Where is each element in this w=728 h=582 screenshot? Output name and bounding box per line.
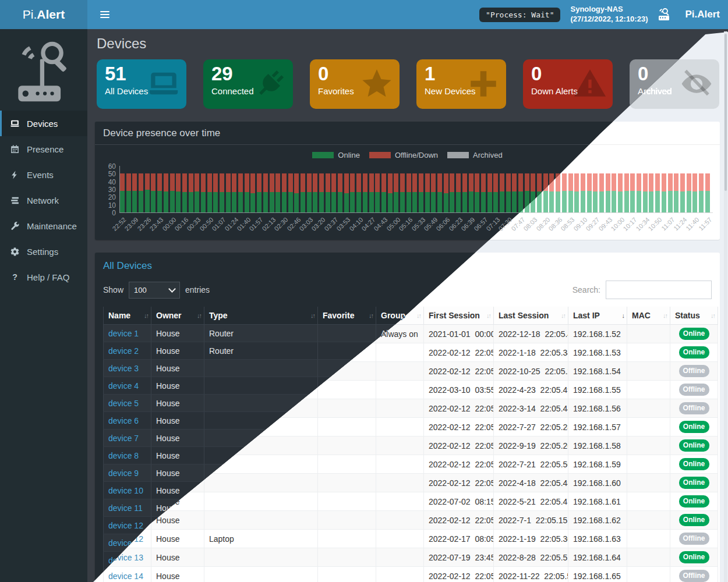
column-header-favorite[interactable]: Favorite↓↑ [318, 307, 376, 325]
presence-bar [350, 173, 355, 212]
entries-select[interactable]: 100 [129, 282, 180, 299]
status-badge: Offline [679, 570, 709, 581]
page-scrollbar[interactable] [724, 31, 727, 582]
device-link[interactable]: device 5 [108, 399, 139, 408]
device-link[interactable]: device 2 [108, 346, 139, 356]
cell-first_session: 2022-03-10 03:55 [424, 381, 494, 399]
device-link[interactable]: device 12 [108, 521, 143, 530]
stat-card-down-alerts[interactable]: 0Down Alerts [523, 59, 613, 109]
sidebar-item-help-faq[interactable]: ?Help / FAQ [0, 264, 87, 290]
bar-online-segment [257, 192, 261, 212]
stat-card-new-devices[interactable]: 1New Devices [416, 59, 506, 109]
bar-online-segment [469, 191, 473, 212]
column-header-name[interactable]: Name↓↑ [104, 307, 151, 325]
device-link[interactable]: device 1 [108, 329, 139, 338]
cell-first_session: 2022-02-12 22:05 [424, 455, 494, 474]
bar-online-segment [250, 193, 255, 212]
stat-card-connected[interactable]: 29Connected [203, 59, 293, 109]
column-header-mac[interactable]: MAC↓↑ [627, 307, 670, 325]
device-link[interactable]: device 7 [108, 434, 139, 443]
column-header-status[interactable]: Status↓↑ [670, 307, 718, 325]
eye-slash-icon [680, 67, 713, 101]
bar-offline-segment [425, 173, 430, 192]
bar-offline-segment [419, 173, 423, 192]
presence-bar [245, 173, 249, 212]
cell-mac [627, 325, 670, 343]
presence-bar [692, 173, 697, 212]
bar-online-segment [506, 191, 511, 212]
stat-card-all-devices[interactable]: 51All Devices [97, 59, 186, 109]
sidebar-item-maintenance[interactable]: Maintenance [0, 213, 87, 239]
bar-offline-segment [630, 173, 635, 190]
cell-mac [627, 381, 670, 399]
bar-offline-segment [157, 173, 162, 190]
cell-last_session: 2022-12-18 22:05.47 [494, 325, 568, 343]
column-header-type[interactable]: Type↓↑ [204, 307, 318, 325]
presence-bar [643, 173, 648, 212]
bar-online-segment [145, 190, 150, 212]
bar-offline-segment [493, 173, 498, 192]
sidebar-item-presence[interactable]: Presence [0, 136, 87, 162]
column-header-first_session[interactable]: First Session↓↑ [424, 307, 494, 325]
bar-offline-segment [381, 173, 386, 192]
bar-online-segment [419, 192, 423, 212]
bar-offline-segment [226, 173, 231, 192]
cell-first_session: 2022-07-02 08:15 [424, 492, 494, 511]
presence-bar [437, 173, 442, 212]
bar-online-segment [643, 191, 648, 212]
device-link[interactable]: device 14 [108, 572, 143, 581]
app-logo[interactable]: Pi.Alert [0, 0, 87, 29]
bar-online-segment [126, 191, 131, 212]
cell-favorite [318, 399, 376, 418]
search-input[interactable] [606, 281, 712, 299]
table-row: device 14House2022-02-12 22:052022-11-22… [104, 567, 718, 582]
bar-offline-segment [220, 173, 224, 192]
device-link[interactable]: device 9 [108, 469, 139, 478]
cell-last_session: 2022-10-25 22:05.23 [494, 362, 568, 381]
bar-offline-segment [506, 173, 511, 191]
bar-online-segment [630, 191, 635, 212]
cell-first_session: 2022-02-12 22:05 [424, 436, 494, 455]
star-icon [360, 67, 394, 101]
sidebar-toggle-button[interactable] [98, 8, 112, 22]
scrollbar-thumb[interactable] [725, 34, 727, 191]
presence-bar [481, 173, 486, 212]
bar-offline-segment [624, 173, 629, 190]
bar-online-segment [450, 192, 454, 212]
cell-owner: House [151, 430, 204, 447]
column-header-owner[interactable]: Owner↓↑ [151, 307, 204, 325]
bolt-icon [10, 170, 20, 180]
sidebar-item-devices[interactable]: Devices [0, 111, 87, 136]
bar-offline-segment [606, 173, 610, 190]
sidebar-item-network[interactable]: Network [0, 187, 87, 213]
bar-offline-segment [126, 173, 131, 190]
cell-first_session: 2022-02-12 22:05 [424, 362, 494, 381]
bar-online-segment [699, 191, 704, 212]
presence-bar [151, 173, 156, 212]
table-row: device 13House2022-07-19 23:452022-8-28 … [104, 548, 718, 567]
sidebar-menu: DevicesPresenceEventsNetworkMaintenanceS… [0, 111, 87, 290]
cell-name: device 2 [104, 342, 151, 360]
bar-online-segment [655, 191, 660, 212]
device-link[interactable]: device 3 [108, 364, 139, 373]
column-header-last_ip[interactable]: Last IP↓ [568, 307, 627, 325]
stat-card-favorites[interactable]: 0Favorites [310, 59, 400, 109]
column-header-label: Owner [156, 311, 182, 320]
sidebar-item-events[interactable]: Events [0, 162, 87, 187]
device-link[interactable]: device 8 [108, 451, 139, 460]
presence-bar [568, 173, 573, 212]
bar-online-segment [307, 192, 312, 212]
column-header-last_session[interactable]: Last Session↓↑ [494, 307, 568, 325]
presence-bar [294, 173, 299, 212]
legend-item-online: Online [312, 151, 360, 159]
sidebar-item-settings[interactable]: Settings [0, 239, 87, 264]
bar-offline-segment [282, 173, 287, 192]
device-link[interactable]: device 11 [108, 503, 143, 513]
bar-offline-segment [350, 173, 355, 192]
bar-online-segment [599, 191, 604, 212]
device-link[interactable]: device 6 [108, 416, 139, 425]
bar-offline-segment [568, 173, 573, 190]
device-link[interactable]: device 10 [108, 486, 143, 495]
bar-online-segment [518, 191, 523, 212]
device-link[interactable]: device 4 [108, 381, 139, 391]
